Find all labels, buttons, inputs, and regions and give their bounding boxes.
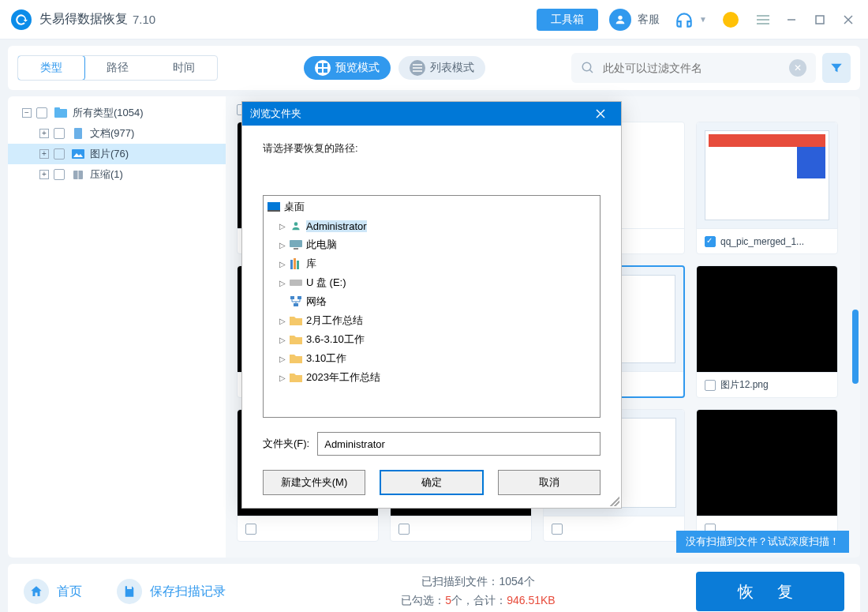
headset-icon[interactable] [674, 9, 694, 30]
tree-folder[interactable]: ▷3.10工作 [264, 349, 600, 368]
dialog-close-button[interactable] [588, 102, 613, 126]
tree-docs[interactable]: + 文档(977) [8, 123, 226, 144]
computer-icon [289, 238, 303, 251]
toolbox-button[interactable]: 工具箱 [537, 9, 598, 31]
svg-rect-19 [74, 128, 82, 139]
svg-point-0 [618, 15, 622, 19]
dialog-titlebar: 浏览文件夹 [242, 102, 621, 126]
service-label[interactable]: 客服 [638, 13, 660, 27]
tree-label: 压缩(1) [90, 167, 123, 182]
svg-rect-5 [816, 16, 824, 24]
svg-rect-36 [297, 296, 301, 299]
expand-icon[interactable]: + [39, 170, 49, 179]
image-icon [71, 148, 85, 160]
menu-button[interactable] [754, 11, 772, 28]
file-card[interactable]: qq_pic_merged_1... [696, 122, 838, 254]
svg-rect-27 [268, 210, 280, 212]
maximize-button[interactable] [811, 11, 829, 28]
cancel-button[interactable]: 取消 [498, 470, 600, 495]
tab-time[interactable]: 时间 [151, 56, 217, 80]
svg-rect-32 [294, 258, 296, 269]
expand-icon[interactable]: + [39, 129, 49, 138]
folder-icon [289, 314, 303, 327]
document-icon [71, 127, 85, 140]
tree-folder[interactable]: ▷2月工作总结 [264, 311, 600, 330]
home-button[interactable]: 首页 [24, 579, 82, 604]
preview-mode-button[interactable]: 预览模式 [304, 56, 391, 80]
search-icon [581, 61, 595, 75]
svg-point-28 [294, 222, 298, 226]
file-card[interactable]: 图片12.png [696, 265, 838, 398]
desktop-icon [267, 201, 281, 213]
archive-icon [71, 168, 85, 181]
svg-rect-18 [54, 107, 60, 111]
toolbar: 类型 路径 时间 预览模式 列表模式 ✕ [8, 46, 860, 90]
tab-path[interactable]: 路径 [84, 56, 151, 80]
expand-icon[interactable]: + [39, 149, 49, 159]
tree-checkbox[interactable] [36, 107, 47, 118]
tree-images[interactable]: + 图片(76) [8, 144, 226, 164]
tree-checkbox[interactable] [54, 169, 65, 180]
star-icon[interactable] [723, 12, 739, 28]
collapse-icon[interactable]: − [22, 108, 32, 118]
ok-button[interactable]: 确定 [380, 470, 484, 495]
scrollbar[interactable] [851, 96, 859, 558]
svg-rect-9 [324, 63, 327, 67]
tree-checkbox[interactable] [54, 148, 65, 160]
tree-thispc[interactable]: ▷此电脑 [264, 235, 600, 254]
folder-icon [289, 352, 303, 365]
search-box: ✕ [571, 53, 816, 83]
home-icon [24, 579, 49, 604]
tree-administrator[interactable]: ▷Administrator [264, 216, 600, 235]
dialog-title: 浏览文件夹 [250, 107, 588, 121]
svg-rect-33 [297, 261, 299, 269]
filter-tabs: 类型 路径 时间 [17, 55, 218, 81]
close-button[interactable] [840, 11, 857, 28]
file-card[interactable] [696, 409, 838, 542]
tree-desktop[interactable]: 桌面 [264, 197, 600, 216]
save-scan-button[interactable]: 保存扫描记录 [117, 579, 226, 604]
folder-tree[interactable]: 桌面 ▷Administrator ▷此电脑 ▷库 ▷U 盘 (E:) 网络 ▷… [263, 195, 600, 418]
svg-rect-30 [294, 248, 298, 250]
search-input[interactable] [603, 62, 781, 74]
tree-all-types[interactable]: − 所有类型(1054) [8, 103, 226, 123]
tab-type[interactable]: 类型 [17, 55, 85, 81]
tree-usb[interactable]: ▷U 盘 (E:) [264, 273, 600, 292]
list-mode-label: 列表模式 [430, 61, 474, 75]
clear-search-icon[interactable]: ✕ [789, 59, 806, 77]
minimize-button[interactable] [783, 11, 800, 28]
folder-icon [289, 371, 303, 384]
service-icon[interactable] [609, 9, 631, 31]
tree-checkbox[interactable] [54, 128, 65, 139]
browse-folder-dialog: 浏览文件夹 请选择要恢复的路径: 桌面 ▷Administrator ▷此电脑 … [241, 101, 622, 509]
tree-libraries[interactable]: ▷库 [264, 254, 600, 273]
scan-stats: 已扫描到文件：1054个 已勾选：5个，合计：946.51KB [260, 573, 696, 610]
tree-label: 图片(76) [90, 147, 129, 161]
folder-label: 文件夹(F): [263, 437, 309, 451]
app-logo [11, 9, 32, 30]
dialog-prompt: 请选择要恢复的路径: [263, 141, 600, 156]
list-icon [410, 60, 425, 76]
new-folder-button[interactable]: 新建文件夹(M) [263, 470, 365, 495]
folder-input[interactable] [317, 432, 600, 456]
tree-network[interactable]: 网络 [264, 292, 600, 311]
folder-icon [54, 107, 68, 119]
tree-archive[interactable]: + 压缩(1) [8, 164, 226, 185]
sidebar: − 所有类型(1054) + 文档(977) + 图片(76) + 压缩(1) [8, 96, 226, 558]
folder-icon [289, 333, 303, 346]
deep-scan-banner[interactable]: 没有扫描到文件？试试深度扫描！ [676, 531, 849, 553]
svg-rect-29 [290, 240, 302, 247]
app-version: 7.10 [133, 13, 155, 26]
resize-handle[interactable] [610, 497, 619, 506]
chevron-down-icon[interactable]: ▼ [699, 15, 707, 24]
filter-button[interactable] [822, 53, 851, 83]
list-mode-button[interactable]: 列表模式 [398, 56, 485, 80]
tree-folder[interactable]: ▷2023年工作总结 [264, 368, 600, 387]
usb-icon [289, 276, 303, 289]
recover-button[interactable]: 恢 复 [696, 572, 844, 611]
svg-point-15 [582, 62, 591, 71]
save-icon [117, 579, 142, 604]
tree-folder[interactable]: ▷3.6-3.10工作 [264, 330, 600, 349]
network-icon [289, 295, 303, 308]
svg-rect-10 [318, 69, 322, 73]
